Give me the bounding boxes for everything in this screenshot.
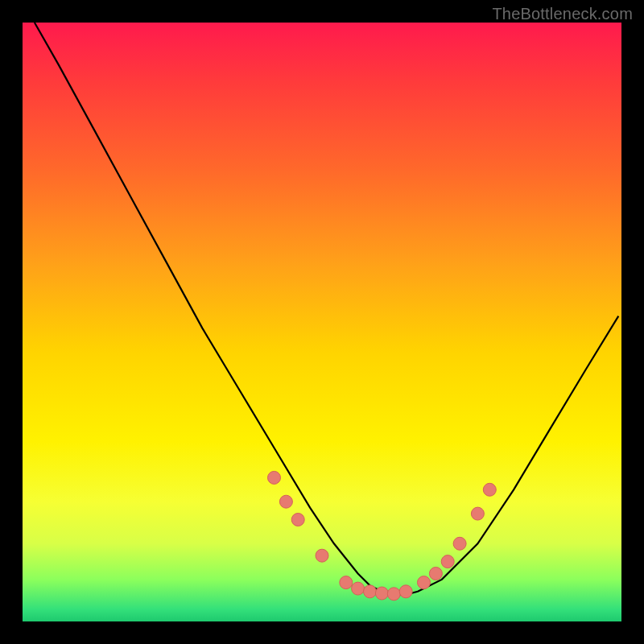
- data-point: [364, 585, 377, 598]
- data-points: [268, 471, 497, 600]
- data-point: [453, 537, 466, 550]
- data-point: [429, 568, 442, 580]
- data-point: [441, 555, 454, 568]
- watermark-text: TheBottleneck.com: [492, 5, 633, 23]
- plot-svg: [23, 23, 621, 621]
- data-point: [340, 576, 353, 589]
- chart-area: [23, 23, 621, 621]
- data-point: [316, 549, 328, 562]
- data-point: [279, 495, 292, 508]
- bottleneck-curve: [35, 23, 618, 595]
- data-point: [291, 514, 304, 526]
- data-point: [471, 507, 484, 520]
- data-point: [268, 471, 281, 484]
- data-point: [399, 585, 412, 598]
- data-point: [418, 576, 431, 589]
- data-point: [483, 483, 496, 496]
- data-point: [375, 587, 388, 600]
- data-point: [352, 582, 365, 595]
- data-point: [387, 588, 400, 601]
